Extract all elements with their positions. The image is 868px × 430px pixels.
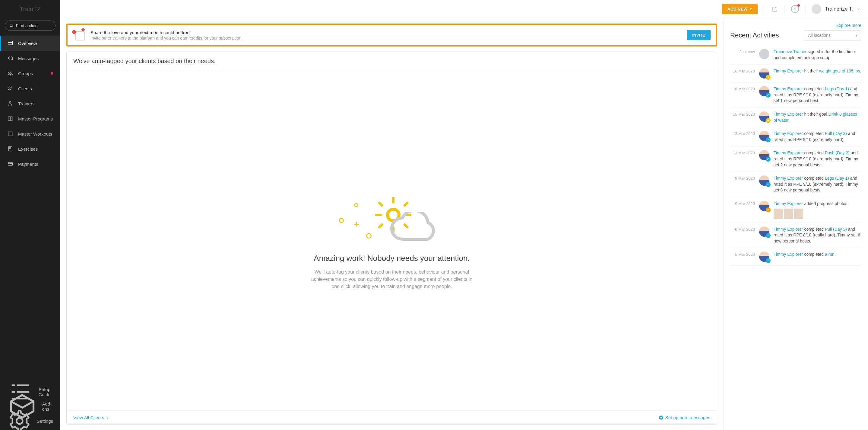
activity-item: 16 Mar 2020✓Timmy Explorer completed Leg… xyxy=(730,82,861,108)
sidebar-item-groups[interactable]: Groups xyxy=(0,66,60,81)
activity-time: 6 Mar 2020 xyxy=(730,227,755,244)
activity-object-link[interactable]: Pull (Day 3) xyxy=(825,131,847,136)
svg-rect-13 xyxy=(10,148,11,149)
groups-icon xyxy=(7,70,13,77)
chevron-right-icon xyxy=(106,416,110,420)
invite-button[interactable]: INVITE xyxy=(687,30,711,40)
activity-avatar: ✓ xyxy=(759,150,769,160)
sidebar: TrainTZ Find a client Overview Messages … xyxy=(0,0,60,430)
activity-actor-link[interactable]: Timmy Explorer xyxy=(774,252,803,257)
svg-point-4 xyxy=(8,72,10,74)
sidebar-item-exercises[interactable]: Exercises xyxy=(0,141,60,156)
sidebar-item-master-programs[interactable]: Master Programs xyxy=(0,111,60,126)
activity-time: 13 Mar 2020 xyxy=(730,131,755,143)
activity-object-link[interactable]: Push (Day 2) xyxy=(825,150,849,155)
activity-avatar: ★ xyxy=(759,68,769,79)
activity-avatar: ✓ xyxy=(759,175,769,186)
activity-avatar: ✓ xyxy=(759,86,769,96)
add-new-button[interactable]: ADD NEW ▼ xyxy=(722,4,758,14)
programs-icon xyxy=(7,116,13,122)
auto-tag-panel: We've auto-tagged your clients based on … xyxy=(66,52,717,425)
primary-nav: Overview Messages Groups Clients Trainer… xyxy=(0,36,60,385)
activity-actor-link[interactable]: Timmy Explorer xyxy=(774,176,803,180)
activity-avatar xyxy=(759,49,769,59)
invite-illustration-icon xyxy=(73,30,85,40)
sidebar-item-label: Setup Guide xyxy=(39,387,53,397)
bell-icon xyxy=(771,5,778,13)
svg-point-0 xyxy=(10,24,12,27)
activity-text: Timmy Explorer completed Pull (Day 3) an… xyxy=(774,227,861,244)
avatar-badge-check-icon: ✓ xyxy=(766,258,771,263)
caret-down-icon: ▾ xyxy=(855,33,858,38)
view-all-clients-link[interactable]: View All Clients xyxy=(73,415,110,420)
help-notification-dot xyxy=(798,4,800,7)
sidebar-item-messages[interactable]: Messages xyxy=(0,51,60,66)
activity-time: 5 Mar 2020 xyxy=(730,252,755,262)
sidebar-item-label: Master Workouts xyxy=(18,131,52,137)
activity-item: Just nowTrainerize Trainer signed in for… xyxy=(730,45,861,65)
help-button[interactable]: ? xyxy=(791,5,799,13)
payments-icon xyxy=(7,161,13,167)
activity-text: Timmy Explorer completed a run. xyxy=(774,252,861,262)
activity-actor-link[interactable]: Timmy Explorer xyxy=(774,150,803,155)
svg-point-8 xyxy=(10,102,11,103)
activity-time: 15 Mar 2020 xyxy=(730,111,755,123)
sidebar-item-overview[interactable]: Overview xyxy=(0,36,60,51)
activity-item: 9 Mar 2020✓Timmy Explorer added progress… xyxy=(730,197,861,223)
activity-actor-link[interactable]: Timmy Explorer xyxy=(774,68,803,74)
activity-actor-link[interactable]: Timmy Explorer xyxy=(774,227,803,232)
sidebar-item-clients[interactable]: Clients xyxy=(0,81,60,96)
activity-object-link[interactable]: Legs (Day 1) xyxy=(825,176,849,180)
activity-actor-link[interactable]: Timmy Explorer xyxy=(774,86,803,91)
activity-text: Timmy Explorer hit their goal Drink 8 gl… xyxy=(774,111,861,123)
caret-down-icon: ▼ xyxy=(749,7,752,10)
activity-actor-link[interactable]: Timmy Explorer xyxy=(774,112,803,117)
callout-title: Share the love and your next month could… xyxy=(91,30,681,35)
activity-item: 15 Mar 2020★Timmy Explorer hit their goa… xyxy=(730,108,861,127)
recent-activities-title: Recent Activities xyxy=(730,31,779,39)
activity-object-link[interactable]: weight goal of 195 lbs xyxy=(819,68,860,74)
explore-more-link[interactable]: Explore more xyxy=(730,23,861,28)
activity-actor-link[interactable]: Trainerize Trainer xyxy=(774,49,806,54)
recent-activities-panel: Explore more Recent Activities All locat… xyxy=(723,18,868,430)
notifications-button[interactable] xyxy=(770,5,778,13)
link-label: View All Clients xyxy=(73,415,104,420)
sidebar-item-master-workouts[interactable]: Master Workouts xyxy=(0,126,60,141)
secondary-nav: Setup Guide Add-ons Settings xyxy=(0,385,60,430)
activity-actor-link[interactable]: Timmy Explorer xyxy=(774,201,803,206)
add-new-label: ADD NEW xyxy=(727,7,748,11)
user-menu[interactable]: Trainerize T. xyxy=(812,4,861,14)
activity-feed: Just nowTrainerize Trainer signed in for… xyxy=(730,45,861,266)
avatar-badge-check-icon: ✓ xyxy=(766,182,771,187)
sidebar-item-trainers[interactable]: Trainers xyxy=(0,96,60,111)
sidebar-item-settings[interactable]: Settings xyxy=(0,414,60,428)
messages-icon xyxy=(7,55,13,61)
svg-point-22 xyxy=(17,418,23,424)
activity-item: 11 Mar 2020✓Timmy Explorer completed Pus… xyxy=(730,146,861,172)
activity-avatar: ✓ xyxy=(759,131,769,141)
panel-heading: We've auto-tagged your clients based on … xyxy=(67,52,717,70)
empty-state-subtitle: We'll auto-tag your clients based on the… xyxy=(307,268,476,290)
sidebar-item-label: Overview xyxy=(18,41,37,46)
activity-object-link[interactable]: Legs (Day 1) xyxy=(825,86,849,91)
activity-actor-link[interactable]: Timmy Explorer xyxy=(774,131,803,136)
sidebar-item-payments[interactable]: Payments xyxy=(0,156,60,172)
activity-avatar: ✓ xyxy=(759,227,769,237)
search-placeholder: Find a client xyxy=(16,23,39,28)
search-input[interactable]: Find a client xyxy=(5,21,56,31)
activity-item: 13 Mar 2020✓Timmy Explorer completed Pul… xyxy=(730,127,861,146)
chevron-down-icon xyxy=(857,7,861,11)
activity-item: 5 Mar 2020✓Timmy Explorer completed a ru… xyxy=(730,248,861,266)
location-select[interactable]: All locations ▾ xyxy=(804,30,861,40)
sidebar-item-label: Master Programs xyxy=(18,116,53,121)
settings-icon xyxy=(7,408,32,430)
activity-time: 11 Mar 2020 xyxy=(730,150,755,168)
activity-object-link[interactable]: a run xyxy=(825,252,835,257)
svg-point-5 xyxy=(10,72,12,74)
clients-icon xyxy=(7,85,13,91)
setup-auto-messages-link[interactable]: Set up auto messages xyxy=(659,415,710,420)
activity-object-link[interactable]: Pull (Day 3) xyxy=(825,227,847,232)
progress-photo-thumbnails[interactable] xyxy=(774,209,861,219)
groups-unread-dot xyxy=(51,72,53,75)
callout-subtitle: Invite other trainers to the platform an… xyxy=(91,36,681,40)
